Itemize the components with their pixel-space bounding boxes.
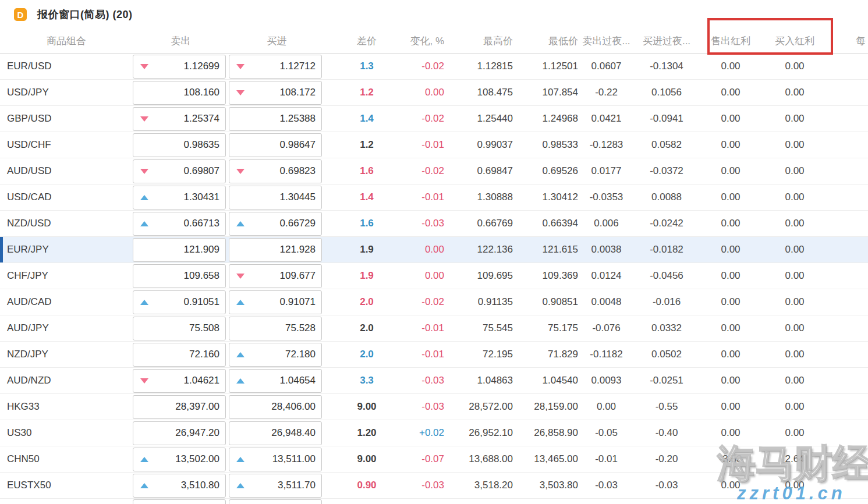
- sell-price: 0.98635: [184, 139, 219, 151]
- buy-overnight-value: -0.0242: [635, 218, 699, 229]
- spread-value: 1.20: [325, 427, 409, 439]
- buy-quote-button[interactable]: 1.25388: [229, 107, 322, 131]
- spread-value: 1.2: [325, 139, 409, 151]
- symbol-label: NZD/JPY: [0, 349, 133, 360]
- sell-quote-button[interactable]: 0.66713: [133, 212, 226, 236]
- table-row[interactable]: EUR/USD 1.12699 1.12712 1.3 -0.02 1.1281…: [0, 54, 868, 80]
- buy-quote-button[interactable]: 72.180: [229, 343, 322, 367]
- table-row[interactable]: CHF/JPY 109.658 109.677 1.9 0.00 109.695…: [0, 263, 868, 289]
- buy-price: 0.69823: [280, 165, 316, 177]
- sell-dividend-value: 0.00: [699, 218, 763, 229]
- buy-quote-button[interactable]: 1.04654: [229, 369, 322, 393]
- buy-price: 72.180: [285, 349, 316, 360]
- spread-value: 1.9: [325, 244, 409, 255]
- sell-quote-button[interactable]: 0.91051: [133, 290, 226, 314]
- buy-price: 0.98647: [280, 139, 316, 151]
- table-row[interactable]: NZD/JPY 72.160 72.180 2.0 -0.01 72.195 7…: [0, 342, 868, 368]
- high-value: 1.25440: [444, 113, 513, 125]
- sell-quote-button[interactable]: 109.658: [133, 264, 226, 288]
- symbol-label: EUR/USD: [0, 61, 133, 72]
- sell-price: 75.508: [189, 322, 219, 334]
- sell-quote-button[interactable]: 1.25374: [133, 107, 226, 131]
- table-row[interactable]: CHN50 13,502.00 13,511.00 9.00 -0.07 13,…: [0, 446, 868, 473]
- sell-quote-button[interactable]: 1.30431: [133, 186, 226, 210]
- change-percent-value: -0.02: [409, 296, 444, 308]
- header-spread[interactable]: 差价: [325, 34, 409, 48]
- buy-quote-button[interactable]: 0.69823: [229, 159, 322, 183]
- buy-quote-button[interactable]: 121.928: [229, 238, 322, 262]
- buy-quote-button[interactable]: 26,948.40: [229, 421, 322, 445]
- table-row[interactable]: NZD/USD 0.66713 0.66729 1.6 -0.03 0.6676…: [0, 211, 868, 237]
- buy-quote-button[interactable]: [229, 499, 322, 504]
- sell-quote-button[interactable]: 26,947.20: [133, 421, 226, 445]
- sell-quote-button[interactable]: 72.160: [133, 343, 226, 367]
- symbol-label: USD/CAD: [0, 191, 133, 203]
- header-product[interactable]: 商品组合: [0, 34, 133, 48]
- buy-overnight-value: -0.0182: [635, 244, 699, 255]
- table-row[interactable]: USD/CHF 0.98635 0.98647 1.2 -0.01 0.9903…: [0, 132, 868, 158]
- high-value: 3,518.20: [444, 480, 513, 491]
- buy-quote-button[interactable]: 28,406.00: [229, 395, 322, 419]
- buy-quote-button[interactable]: 3,511.70: [229, 474, 322, 498]
- sell-quote-button[interactable]: 13,502.00: [133, 448, 226, 471]
- sell-quote-button[interactable]: 28,397.00: [133, 395, 226, 419]
- header-sell-overnight[interactable]: 卖出过夜...: [578, 34, 635, 48]
- header-extra[interactable]: 每: [827, 34, 868, 48]
- sell-quote-button[interactable]: 1.04621: [133, 369, 226, 393]
- table-row[interactable]: AUD/CAD 0.91051 0.91071 2.0 -0.02 0.9113…: [0, 289, 868, 315]
- buy-quote-button[interactable]: 108.172: [229, 81, 322, 105]
- buy-quote-button[interactable]: 1.12712: [229, 55, 322, 79]
- header-change[interactable]: 变化, %: [409, 34, 444, 48]
- sell-quote-button[interactable]: 0.98635: [133, 133, 226, 157]
- sell-quote-button[interactable]: [133, 499, 226, 504]
- header-sell[interactable]: 卖出: [133, 34, 229, 48]
- table-row[interactable]: AUD/NZD 1.04621 1.04654 3.3 -0.03 1.0486…: [0, 368, 868, 394]
- sell-price: 0.69807: [184, 165, 219, 177]
- change-percent-value: -0.07: [409, 453, 444, 465]
- table-row[interactable]: HKG33 28,397.00 28,406.00 9.00 -0.03 28,…: [0, 394, 868, 420]
- buy-quote-button[interactable]: 75.528: [229, 317, 322, 340]
- buy-quote-button[interactable]: 109.677: [229, 264, 322, 288]
- spread-value: 1.4: [325, 113, 409, 125]
- arrow-up-icon: [140, 300, 148, 305]
- sell-overnight-value: -0.1182: [578, 349, 635, 360]
- table-row[interactable]: GBP/USD 1.25374 1.25388 1.4 -0.02 1.2544…: [0, 106, 868, 132]
- buy-price: 28,406.00: [271, 401, 316, 413]
- sell-quote-button[interactable]: 0.69807: [133, 159, 226, 183]
- sell-quote-button[interactable]: 108.160: [133, 81, 226, 105]
- header-buy[interactable]: 买进: [229, 34, 325, 48]
- buy-price: 121.928: [280, 244, 316, 255]
- buy-quote-button[interactable]: 0.91071: [229, 290, 322, 314]
- header-low[interactable]: 最低价: [513, 34, 578, 48]
- table-row[interactable]: EUR/JPY 121.909 121.928 1.9 0.00 122.136…: [0, 237, 868, 263]
- header-high[interactable]: 最高价: [444, 34, 513, 48]
- table-row[interactable]: AUD/JPY 75.508 75.528 2.0 -0.01 75.545 7…: [0, 315, 868, 342]
- symbol-label: EUR/JPY: [0, 244, 133, 255]
- table-row[interactable]: USD/CAD 1.30431 1.30445 1.4 -0.01 1.3088…: [0, 184, 868, 211]
- sell-quote-button[interactable]: 3,510.80: [133, 474, 226, 498]
- arrow-up-icon: [236, 457, 245, 462]
- sell-quote-button[interactable]: 75.508: [133, 317, 226, 340]
- buy-price: 3,511.70: [278, 480, 316, 491]
- sell-quote-button[interactable]: 1.12699: [133, 55, 226, 79]
- high-value: 1.12815: [444, 61, 513, 72]
- buy-dividend-value: 0.00: [763, 480, 827, 491]
- header-buy-overnight[interactable]: 买进过夜...: [635, 34, 699, 48]
- sell-dividend-value: 0.00: [699, 165, 763, 177]
- sell-price: 3,510.80: [181, 480, 219, 491]
- buy-quote-button[interactable]: 0.66729: [229, 212, 322, 236]
- table-row[interactable]: US30 26,947.20 26,948.40 1.20 +0.02 26,9…: [0, 420, 868, 446]
- spread-value: 1.2: [325, 87, 409, 98]
- table-row[interactable]: AUD/USD 0.69807 0.69823 1.6 -0.02 0.6984…: [0, 158, 868, 184]
- buy-quote-button[interactable]: 0.98647: [229, 133, 322, 157]
- sell-quote-button[interactable]: 121.909: [133, 238, 226, 262]
- buy-quote-button[interactable]: 13,511.00: [229, 448, 322, 471]
- low-value: 3,503.80: [513, 480, 578, 491]
- table-row[interactable]: USD/JPY 108.160 108.172 1.2 0.00 108.475…: [0, 80, 868, 106]
- arrow-up-icon: [236, 483, 245, 488]
- table-row[interactable]: EUSTX50 3,510.80 3,511.70 0.90 -0.03 3,5…: [0, 473, 868, 499]
- symbol-label: AUD/USD: [0, 165, 133, 177]
- header-buy-dividend[interactable]: 买入红利: [763, 34, 827, 48]
- buy-quote-button[interactable]: 1.30445: [229, 186, 322, 210]
- header-sell-dividend[interactable]: 售出红利: [699, 34, 763, 48]
